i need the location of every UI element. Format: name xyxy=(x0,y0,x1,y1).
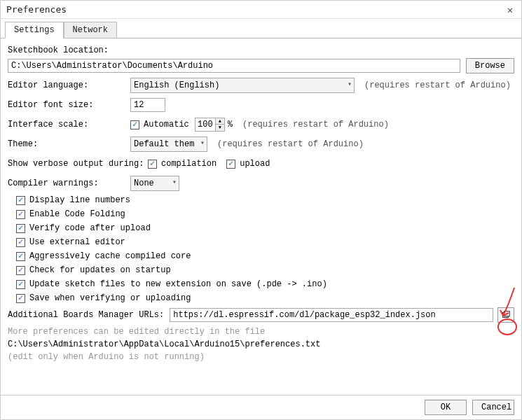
fontsize-label: Editor font size: xyxy=(8,100,130,110)
theme-note: (requires restart of Arduino) xyxy=(217,139,364,149)
language-label: Editor language: xyxy=(8,80,130,90)
verbose-upload-label: upload xyxy=(240,159,270,169)
boards-url-label: Additional Boards Manager URLs: xyxy=(8,310,164,320)
opt-save-verify-checkbox[interactable] xyxy=(16,294,25,303)
close-icon[interactable]: ✕ xyxy=(503,3,517,17)
prefs-file-path: C:\Users\Administrator\AppData\Local\Ard… xyxy=(8,340,514,349)
sketchbook-label: Sketchbook location: xyxy=(8,46,514,55)
opt-check-updates-label: Check for updates on startup xyxy=(29,265,171,275)
language-note: (requires restart of Arduino) xyxy=(364,80,511,90)
scale-pct: % xyxy=(228,120,233,130)
opt-line-numbers-label: Display line numbers xyxy=(29,195,130,205)
opt-external-editor-checkbox[interactable] xyxy=(16,238,25,247)
fontsize-input[interactable] xyxy=(130,98,165,112)
theme-label: Theme: xyxy=(8,139,130,149)
opt-save-verify-label: Save when verifying or uploading xyxy=(29,293,191,303)
ok-button[interactable]: OK xyxy=(425,400,467,415)
compiler-warnings-select[interactable]: None xyxy=(130,176,179,191)
tab-network[interactable]: Network xyxy=(64,22,117,38)
more-prefs-line1: More preferences can be edited directly … xyxy=(8,327,514,337)
opt-code-folding-checkbox[interactable] xyxy=(16,210,25,219)
language-select[interactable]: English (English) xyxy=(130,78,355,93)
opt-cache-core-checkbox[interactable] xyxy=(16,252,25,261)
svg-rect-1 xyxy=(504,312,509,316)
scale-label: Interface scale: xyxy=(8,120,130,130)
boards-url-input[interactable] xyxy=(170,308,493,322)
verbose-compilation-label: compilation xyxy=(161,159,217,169)
verbose-upload-checkbox[interactable] xyxy=(226,160,235,169)
boards-url-expand-button[interactable] xyxy=(497,307,514,323)
scale-down-icon[interactable]: ▼ xyxy=(216,125,224,131)
more-prefs-line2: (edit only when Arduino is not running) xyxy=(8,352,514,362)
tab-settings[interactable]: Settings xyxy=(5,22,64,38)
browse-button[interactable]: Browse xyxy=(466,58,514,74)
opt-update-extension-label: Update sketch files to new extension on … xyxy=(29,279,327,289)
opt-verify-after-upload-label: Verify code after upload xyxy=(29,223,151,233)
opt-check-updates-checkbox[interactable] xyxy=(16,266,25,275)
window-title: Preferences xyxy=(6,4,67,15)
compiler-warnings-label: Compiler warnings: xyxy=(8,178,130,188)
scale-value-input[interactable] xyxy=(195,120,215,130)
theme-select[interactable]: Default theme xyxy=(130,136,207,152)
scale-up-icon[interactable]: ▲ xyxy=(216,118,224,125)
window-expand-icon xyxy=(501,310,511,320)
scale-note: (requires restart of Arduino) xyxy=(242,120,389,130)
sketchbook-path-input[interactable] xyxy=(8,59,460,73)
opt-verify-after-upload-checkbox[interactable] xyxy=(16,224,25,233)
verbose-compilation-checkbox[interactable] xyxy=(148,160,157,169)
opt-external-editor-label: Use external editor xyxy=(29,237,125,247)
scale-auto-checkbox[interactable] xyxy=(130,120,139,130)
scale-auto-label: Automatic xyxy=(144,120,189,130)
opt-line-numbers-checkbox[interactable] xyxy=(16,196,25,205)
verbose-label: Show verbose output during: xyxy=(8,159,148,169)
opt-update-extension-checkbox[interactable] xyxy=(16,280,25,289)
cancel-button[interactable]: Cancel xyxy=(472,400,514,415)
opt-code-folding-label: Enable Code Folding xyxy=(29,209,125,219)
opt-cache-core-label: Aggressively cache compiled core xyxy=(29,251,191,261)
